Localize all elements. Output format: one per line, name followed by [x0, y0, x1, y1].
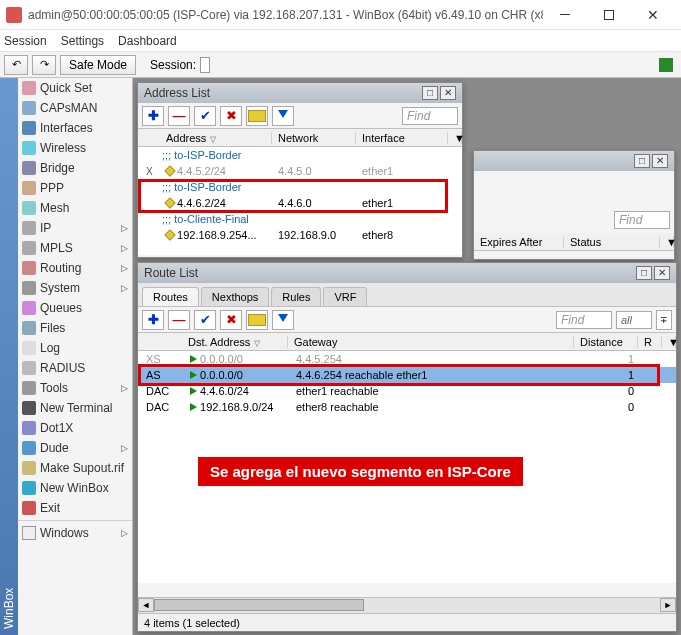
safe-mode-button[interactable]: Safe Mode	[60, 55, 136, 75]
col-dropdown[interactable]: ▼	[660, 236, 674, 248]
route-filter-button[interactable]	[272, 310, 294, 330]
tab-nexthops[interactable]: Nexthops	[201, 287, 269, 306]
address-row[interactable]: 192.168.9.254...192.168.9.0ether8	[138, 227, 462, 243]
disable-button[interactable]: ✖	[220, 106, 242, 126]
menu-dashboard[interactable]: Dashboard	[118, 34, 177, 48]
sidebar-icon	[22, 201, 36, 215]
sidebar-item-mpls[interactable]: MPLS▷	[18, 238, 132, 258]
menubar: Session Settings Dashboard	[0, 30, 681, 52]
route-list-close[interactable]: ✕	[654, 266, 670, 280]
sidebar-icon	[22, 181, 36, 195]
sidebar-item-new-terminal[interactable]: New Terminal	[18, 398, 132, 418]
address-list-title: Address List	[144, 86, 210, 100]
sidebar-icon	[22, 81, 36, 95]
sidebar-item-routing[interactable]: Routing▷	[18, 258, 132, 278]
sidebar-item-label: Quick Set	[40, 81, 92, 95]
route-row[interactable]: DAC 4.4.6.0/24ether1 reachable0	[138, 383, 676, 399]
address-list-titlebar[interactable]: Address List □ ✕	[138, 83, 462, 103]
add-button[interactable]: ✚	[142, 106, 164, 126]
menu-session[interactable]: Session	[4, 34, 47, 48]
sidebar-item-dude[interactable]: Dude▷	[18, 438, 132, 458]
tab-routes[interactable]: Routes	[142, 287, 199, 306]
address-comment-row[interactable]: ;;; to-Cliente-Final	[138, 211, 462, 227]
sidebar-item-bridge[interactable]: Bridge	[18, 158, 132, 178]
sidebar-item-queues[interactable]: Queues	[18, 298, 132, 318]
menu-settings[interactable]: Settings	[61, 34, 104, 48]
bg-window-close[interactable]: ✕	[652, 154, 668, 168]
sidebar-item-log[interactable]: Log	[18, 338, 132, 358]
route-disable-button[interactable]: ✖	[220, 310, 242, 330]
session-combo[interactable]	[200, 57, 210, 73]
col-address[interactable]: Address	[160, 132, 272, 144]
route-list-toolbar: ✚ — ✔ ✖ Find all ∓	[138, 307, 676, 333]
scroll-thumb[interactable]	[154, 599, 364, 611]
sidebar-item-make-supout-rif[interactable]: Make Supout.rif	[18, 458, 132, 478]
sidebar-item-mesh[interactable]: Mesh	[18, 198, 132, 218]
submenu-arrow-icon: ▷	[121, 383, 128, 393]
col-status[interactable]: Status	[564, 236, 660, 248]
enable-button[interactable]: ✔	[194, 106, 216, 126]
sidebar-item-interfaces[interactable]: Interfaces	[18, 118, 132, 138]
col-dropdown[interactable]: ▼	[662, 336, 676, 348]
route-list-restore[interactable]: □	[636, 266, 652, 280]
route-row[interactable]: XS 0.0.0.0/04.4.5.2541	[138, 351, 676, 367]
route-list-titlebar[interactable]: Route List □ ✕	[138, 263, 676, 283]
col-distance[interactable]: Distance	[574, 336, 638, 348]
remove-button[interactable]: —	[168, 106, 190, 126]
route-find-input[interactable]: Find	[556, 311, 612, 329]
filter-button[interactable]	[272, 106, 294, 126]
sidebar-item-windows[interactable]: Windows▷	[18, 523, 132, 543]
bg-find-input[interactable]: Find	[614, 211, 670, 229]
col-interface[interactable]: Interface	[356, 132, 448, 144]
address-find-input[interactable]: Find	[402, 107, 458, 125]
comment-button[interactable]	[246, 106, 268, 126]
redo-button[interactable]: ↷	[32, 55, 56, 75]
route-row[interactable]: DAC 192.168.9.0/24ether8 reachable0	[138, 399, 676, 415]
undo-button[interactable]: ↶	[4, 55, 28, 75]
col-gateway[interactable]: Gateway	[288, 336, 574, 348]
sidebar-item-tools[interactable]: Tools▷	[18, 378, 132, 398]
sidebar-item-exit[interactable]: Exit	[18, 498, 132, 518]
address-comment-row[interactable]: ;;; to-ISP-Border	[138, 179, 462, 195]
bg-window-titlebar[interactable]: □ ✕	[474, 151, 674, 171]
route-comment-button[interactable]	[246, 310, 268, 330]
address-list-close[interactable]: ✕	[440, 86, 456, 100]
app-icon	[6, 7, 22, 23]
sidebar-item-quick-set[interactable]: Quick Set	[18, 78, 132, 98]
col-network[interactable]: Network	[272, 132, 356, 144]
route-enable-button[interactable]: ✔	[194, 310, 216, 330]
col-dst-address[interactable]: Dst. Address	[182, 336, 288, 348]
minimize-button[interactable]	[543, 0, 587, 30]
route-all-select[interactable]: all	[616, 311, 652, 329]
col-r[interactable]: R	[638, 336, 662, 348]
sidebar-item-dot1x[interactable]: Dot1X	[18, 418, 132, 438]
route-add-button[interactable]: ✚	[142, 310, 164, 330]
scroll-left[interactable]: ◄	[138, 598, 154, 612]
scroll-right[interactable]: ►	[660, 598, 676, 612]
maximize-button[interactable]	[587, 0, 631, 30]
sidebar-item-files[interactable]: Files	[18, 318, 132, 338]
sidebar-item-radius[interactable]: RADIUS	[18, 358, 132, 378]
route-hscroll[interactable]: ◄ ►	[138, 597, 676, 613]
address-row[interactable]: 4.4.6.2/244.4.6.0ether1	[138, 195, 462, 211]
route-row[interactable]: AS 0.0.0.0/04.4.6.254 reachable ether11	[138, 367, 676, 383]
address-list-restore[interactable]: □	[422, 86, 438, 100]
tab-rules[interactable]: Rules	[271, 287, 321, 306]
route-dropdown[interactable]: ∓	[656, 310, 672, 330]
col-expires[interactable]: Expires After	[474, 236, 564, 248]
sidebar-item-system[interactable]: System▷	[18, 278, 132, 298]
sidebar-item-capsman[interactable]: CAPsMAN	[18, 98, 132, 118]
bg-window-restore[interactable]: □	[634, 154, 650, 168]
route-remove-button[interactable]: —	[168, 310, 190, 330]
sidebar-item-ppp[interactable]: PPP	[18, 178, 132, 198]
sidebar-item-ip[interactable]: IP▷	[18, 218, 132, 238]
close-button[interactable]: ✕	[631, 0, 675, 30]
col-dropdown[interactable]: ▼	[448, 132, 462, 144]
distance-cell: 1	[576, 353, 640, 365]
address-row[interactable]: X 4.4.5.2/244.4.5.0ether1	[138, 163, 462, 179]
sidebar-item-new-winbox[interactable]: New WinBox	[18, 478, 132, 498]
tab-vrf[interactable]: VRF	[323, 287, 367, 306]
sidebar-item-wireless[interactable]: Wireless	[18, 138, 132, 158]
address-comment-row[interactable]: ;;; to-ISP-Border	[138, 147, 462, 163]
comment-text: ;;; to-Cliente-Final	[140, 213, 255, 225]
